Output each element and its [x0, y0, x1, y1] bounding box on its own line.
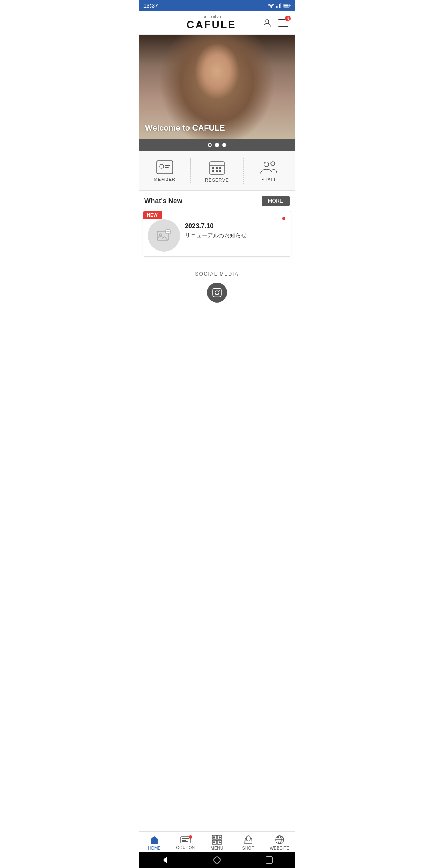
svg-rect-13 [165, 165, 170, 166]
news-card[interactable]: NEW 2023.7.10 リニューアルのお知らせ [143, 211, 291, 257]
svg-rect-14 [165, 167, 169, 168]
svg-rect-1 [278, 6, 279, 8]
svg-rect-24 [219, 170, 221, 172]
svg-point-25 [264, 162, 269, 167]
news-content: 2023.7.10 リニューアルのお知らせ [185, 216, 286, 240]
svg-point-12 [160, 164, 164, 168]
logo-brand: CAFULE [186, 18, 236, 31]
person-icon [262, 18, 272, 28]
hero-welcome-text: Welcome to CAFULE [145, 123, 225, 133]
svg-rect-11 [157, 161, 173, 174]
unread-dot [282, 217, 285, 220]
signal-icon [276, 3, 282, 8]
status-time: 13:37 [143, 2, 158, 9]
social-title: SOCIAL MEDIA [195, 271, 239, 277]
carousel-dot-3[interactable] [222, 143, 226, 147]
news-thumbnail [148, 219, 180, 252]
reserve-icon [209, 159, 225, 175]
svg-rect-0 [276, 6, 277, 8]
social-section: SOCIAL MEDIA [139, 263, 295, 311]
wifi-icon [268, 3, 274, 8]
carousel-dot-2[interactable] [215, 143, 219, 147]
svg-rect-20 [216, 167, 218, 169]
member-label: MEMBER [154, 177, 176, 182]
svg-rect-3 [280, 3, 282, 8]
status-icons [268, 3, 291, 8]
staff-icon [260, 160, 278, 175]
nav-reserve[interactable]: RESERVE [191, 158, 243, 184]
svg-rect-6 [284, 5, 289, 7]
logo-subtitle: hair salon [201, 14, 221, 18]
photo-icon [157, 229, 171, 242]
instagram-icon [212, 287, 222, 298]
new-badge: NEW [143, 211, 162, 219]
news-date: 2023.7.10 [185, 223, 286, 230]
svg-point-34 [219, 290, 220, 291]
nav-staff[interactable]: STAFF [244, 158, 295, 184]
news-title: リニューアルのお知らせ [185, 232, 286, 240]
member-icon [156, 160, 174, 174]
whats-new-section: What's New MORE [139, 191, 295, 211]
hero-banner: Welcome to CAFULE [139, 35, 295, 139]
header-actions: N [262, 17, 289, 29]
svg-rect-5 [290, 5, 291, 6]
staff-label: STAFF [262, 177, 277, 182]
carousel-dot-1[interactable] [208, 143, 212, 147]
more-button[interactable]: MORE [262, 196, 290, 206]
battery-icon [283, 4, 291, 8]
svg-rect-2 [279, 4, 280, 8]
quick-nav: MEMBER RESERVE STAFF [139, 151, 295, 191]
svg-point-26 [271, 162, 275, 166]
profile-button[interactable] [262, 17, 273, 29]
nav-member[interactable]: MEMBER [139, 158, 191, 183]
svg-rect-23 [216, 170, 218, 172]
status-bar: 13:37 [139, 0, 295, 11]
svg-rect-22 [212, 170, 214, 172]
menu-button[interactable]: N [278, 17, 289, 29]
svg-point-33 [215, 291, 219, 295]
svg-rect-32 [213, 288, 221, 297]
svg-rect-10 [278, 26, 288, 27]
instagram-button[interactable] [207, 283, 227, 303]
svg-rect-9 [278, 23, 288, 23]
svg-rect-19 [212, 167, 214, 169]
svg-point-7 [266, 20, 269, 23]
carousel-dots [139, 139, 295, 151]
reserve-label: RESERVE [205, 178, 229, 182]
app-logo: hair salon CAFULE [186, 14, 236, 31]
svg-rect-21 [219, 167, 221, 169]
notification-badge: N [285, 16, 291, 21]
whats-new-title: What's New [144, 197, 182, 205]
app-header: hair salon CAFULE N [139, 11, 295, 35]
